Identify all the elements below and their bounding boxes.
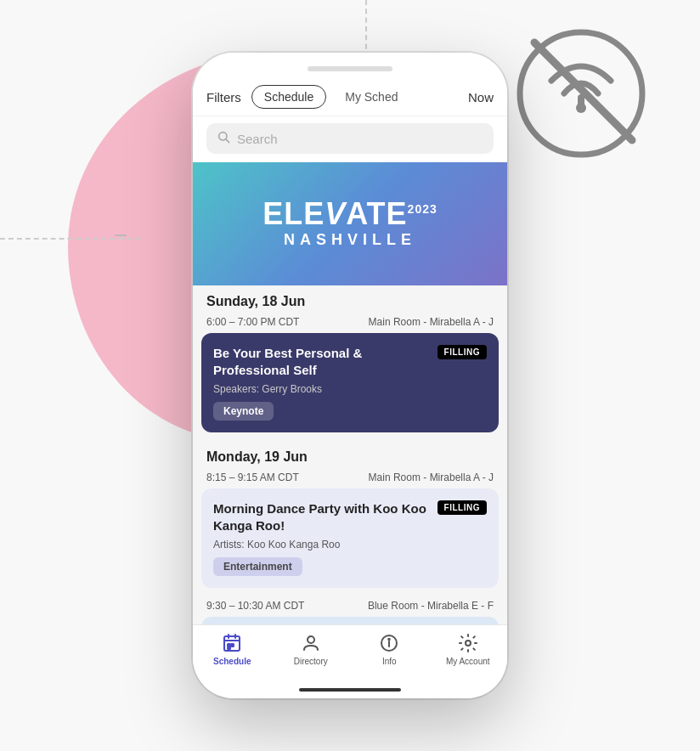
bottom-nav: Schedule Directory Info	[193, 624, 507, 683]
top-bar: Filters Schedule My Sched Now	[193, 78, 507, 116]
search-icon	[217, 130, 230, 147]
time-location-sunday-1: 6:00 – 7:00 PM CDT Main Room - Mirabella…	[193, 313, 507, 333]
tab-schedule[interactable]: Schedule	[251, 85, 326, 109]
time-monday-2: 9:30 – 10:30 AM CDT	[206, 600, 304, 612]
now-label[interactable]: Now	[468, 90, 494, 104]
nav-label-account: My Account	[446, 657, 490, 666]
svg-line-2	[534, 42, 632, 140]
svg-rect-11	[228, 647, 230, 649]
svg-line-4	[226, 139, 229, 143]
dashed-line-horizontal	[0, 238, 140, 240]
event-card-header: Be Your Best Personal & Professional Sel…	[213, 345, 487, 378]
info-icon	[378, 632, 400, 654]
svg-point-12	[308, 636, 314, 643]
time-monday-1: 8:15 – 9:15 AM CDT	[206, 471, 299, 483]
day-header-sunday: Sunday, 18 Jun	[193, 285, 507, 313]
phone-notch	[308, 66, 392, 71]
search-input-wrapper[interactable]: Search	[206, 123, 494, 154]
event-tag-dance: Entertainment	[213, 557, 302, 576]
hero-title: eleVAte2023	[262, 199, 438, 229]
hero-title-rest: Ate	[346, 196, 407, 231]
nav-item-directory[interactable]: Directory	[272, 632, 351, 666]
hero-subtitle: NASHVILLE	[262, 231, 438, 249]
hero-title-accent: V	[325, 196, 346, 231]
calendar-icon	[221, 632, 243, 654]
time-location-monday-2: 9:30 – 10:30 AM CDT Blue Room - Mirabell…	[193, 596, 507, 617]
hero-title-main: ele	[262, 196, 325, 231]
svg-point-15	[388, 639, 390, 641]
event-card-science[interactable]: Science of Reading: Speech to Print FILL…	[201, 617, 499, 624]
location-monday-1: Main Room - Mirabella A - J	[369, 471, 494, 483]
phone-bottom	[193, 683, 507, 698]
search-input[interactable]: Search	[237, 132, 278, 146]
svg-rect-10	[231, 644, 234, 647]
person-icon	[300, 632, 322, 654]
nav-label-schedule: Schedule	[213, 657, 251, 666]
filling-badge-dance: FILLING	[438, 500, 487, 515]
time-location-monday-1: 8:15 – 9:15 AM CDT Main Room - Mirabella…	[193, 468, 507, 488]
hero-text: eleVAte2023 NASHVILLE	[262, 199, 438, 249]
time-sunday-1: 6:00 – 7:00 PM CDT	[206, 316, 299, 328]
hero-year: 2023	[408, 202, 438, 216]
nav-item-info[interactable]: Info	[350, 632, 429, 666]
home-indicator	[299, 688, 401, 692]
phone-top	[193, 53, 507, 78]
nav-item-schedule[interactable]: Schedule	[193, 632, 272, 666]
gear-icon	[457, 632, 479, 654]
event-card-dance-party[interactable]: Morning Dance Party with Koo Koo Kanga R…	[201, 488, 499, 588]
filters-label: Filters	[206, 90, 241, 104]
svg-point-1	[576, 103, 586, 113]
phone-frame: Filters Schedule My Sched Now Search ele…	[193, 53, 507, 698]
location-sunday-1: Main Room - Mirabella A - J	[369, 316, 494, 328]
event-card-header-dance: Morning Dance Party with Koo Koo Kanga R…	[213, 500, 487, 534]
wifi-off-icon	[513, 25, 649, 161]
svg-rect-9	[228, 644, 230, 647]
event-tag-keynote: Keynote	[213, 402, 274, 421]
location-monday-2: Blue Room - Mirabella E - F	[368, 600, 494, 612]
hero-banner: eleVAte2023 NASHVILLE	[193, 162, 507, 285]
day-header-monday: Monday, 19 Jun	[193, 441, 507, 468]
nav-label-info: Info	[382, 657, 397, 666]
event-title-keynote: Be Your Best Personal & Professional Sel…	[213, 345, 431, 378]
nav-label-directory: Directory	[294, 657, 328, 666]
schedule-content[interactable]: Sunday, 18 Jun 6:00 – 7:00 PM CDT Main R…	[193, 285, 507, 624]
small-dash-decoration	[115, 234, 127, 236]
event-card-keynote[interactable]: Be Your Best Personal & Professional Sel…	[201, 333, 499, 432]
nav-item-account[interactable]: My Account	[429, 632, 508, 666]
event-speakers-dance: Artists: Koo Koo Kanga Roo	[213, 539, 487, 551]
svg-point-16	[466, 641, 471, 646]
event-speakers-keynote: Speakers: Gerry Brooks	[213, 383, 487, 395]
tab-my-sched[interactable]: My Sched	[333, 86, 409, 108]
search-bar: Search	[193, 116, 507, 162]
event-title-dance: Morning Dance Party with Koo Koo Kanga R…	[213, 500, 431, 534]
filling-badge-keynote: FILLING	[438, 345, 487, 359]
